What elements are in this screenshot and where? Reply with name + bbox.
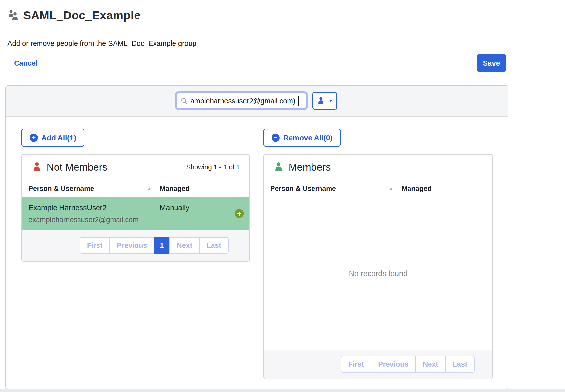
pagination-next-button[interactable]: Next [415,356,446,373]
row-managed-value: Manually [160,203,189,230]
search-bar: ampleharnessuser2@gmail.com) ▼ [6,86,508,117]
add-all-label: Add All(1) [41,134,76,142]
pagination-previous-button[interactable]: Previous [109,237,155,254]
members-column-headers: Person & Username ▲ Managed [264,180,492,197]
page-subtitle: Add or remove people from the SAML_Doc_E… [7,39,196,48]
pagination-next-button[interactable]: Next [169,237,200,254]
cancel-link[interactable]: Cancel [14,59,38,67]
members-empty-body: No records found [264,197,492,350]
pagination-first-button[interactable]: First [80,237,110,254]
page-title: SAML_Doc_Example [23,8,141,22]
not-members-showing-count: Showing 1 - 1 of 1 [186,163,240,171]
not-members-column-headers: Person & Username ▲ Managed [22,180,249,197]
empty-state-text: No records found [349,269,408,278]
members-pagination: First Previous Next Last [341,356,475,373]
not-members-panel: Not Members Showing 1 - 1 of 1 Person & … [21,154,250,262]
add-all-button[interactable]: + Add All(1) [21,129,84,147]
column-person-label: Person & Username [270,185,336,193]
members-header: Members [264,155,492,180]
table-row[interactable]: Example HarnessUser2 exampleharnessuser2… [22,197,249,230]
pagination-first-button[interactable]: First [341,356,371,373]
column-person-username[interactable]: Person & Username ▲ [270,185,402,193]
row-person-name: Example HarnessUser2 [28,203,160,212]
add-person-button[interactable]: + [235,209,244,218]
column-managed: Managed [402,185,431,193]
person-icon-red [31,162,42,173]
minus-circle-icon: − [272,134,280,142]
column-managed: Managed [160,185,190,193]
chevron-down-icon: ▼ [328,98,333,104]
not-members-footer: First Previous 1 Next Last [22,230,249,261]
search-icon [180,97,188,105]
members-title: Members [289,161,331,173]
members-footer: First Previous Next Last [264,350,492,379]
person-icon [317,97,325,105]
pagination-last-button[interactable]: Last [445,356,475,373]
page-bottom-strip [0,389,565,392]
not-members-title: Not Members [47,161,107,173]
members-panel: Members Person & Username ▲ Managed No r… [263,154,493,379]
remove-all-button[interactable]: − Remove All(0) [263,129,341,147]
sort-asc-icon: ▲ [389,186,393,191]
column-person-label: Person & Username [28,185,94,193]
text-cursor [298,96,299,106]
not-members-pagination: First Previous 1 Next Last [80,237,229,254]
pagination-previous-button[interactable]: Previous [371,356,416,373]
pagination-page-1-button[interactable]: 1 [154,237,170,254]
remove-all-label: Remove All(0) [283,134,332,142]
group-membership-board: ampleharnessuser2@gmail.com) ▼ + Add All… [5,85,508,389]
save-button[interactable]: Save [477,54,506,72]
person-icon-green [273,162,284,173]
row-person-username: exampleharnessuser2@gmail.com [28,216,160,224]
pagination-last-button[interactable]: Last [199,237,229,254]
search-input[interactable]: ampleharnessuser2@gmail.com) [177,93,306,108]
people-filter-dropdown[interactable]: ▼ [312,92,337,110]
plus-circle-icon: + [30,134,38,142]
group-icon [7,9,19,21]
search-input-value: ampleharnessuser2@gmail.com) [190,97,295,105]
column-person-username[interactable]: Person & Username ▲ [28,185,160,193]
not-members-header: Not Members Showing 1 - 1 of 1 [22,155,249,180]
sort-asc-icon: ▲ [147,186,151,191]
page-header: SAML_Doc_Example [7,8,141,22]
